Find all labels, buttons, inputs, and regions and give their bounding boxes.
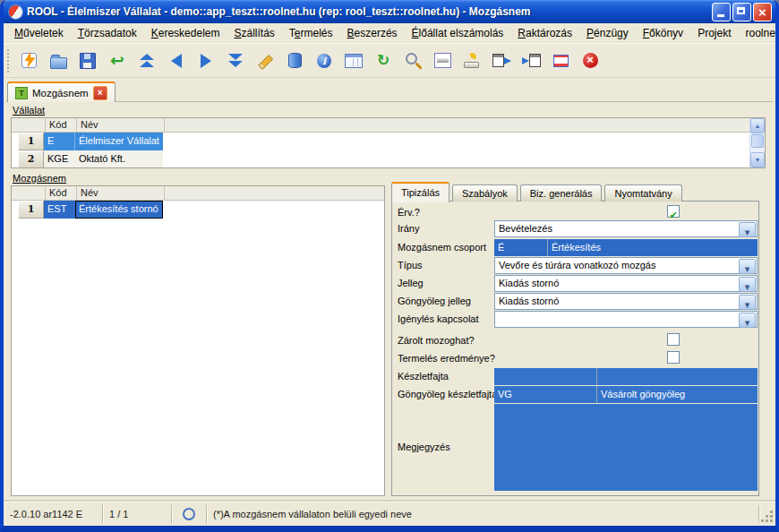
- menu-item-1[interactable]: Törzsadatok: [71, 25, 144, 41]
- irany-dropdown[interactable]: Bevételezés: [494, 220, 758, 237]
- cell-nev[interactable]: Oktató Kft.: [75, 150, 163, 168]
- app-window: ROOL - Élelmiszer Vállalat - demo::app_t…: [0, 0, 779, 532]
- menu-item-5[interactable]: Beszerzés: [340, 25, 405, 41]
- wizard-button[interactable]: [460, 48, 484, 73]
- scroll-thumb[interactable]: [751, 134, 764, 148]
- menu-item-6[interactable]: Élőállat elszámolás: [405, 25, 511, 41]
- menu-item-9[interactable]: Főkönyv: [636, 25, 690, 41]
- previous-record-button[interactable]: [165, 48, 188, 73]
- termeles-checkbox[interactable]: [667, 351, 680, 364]
- row-number[interactable]: 1: [18, 201, 44, 219]
- export-table-button[interactable]: [490, 48, 513, 73]
- chevron-down-icon[interactable]: [739, 313, 756, 328]
- title-bar[interactable]: ROOL - Élelmiszer Vállalat - demo::app_t…: [4, 0, 775, 23]
- maximize-button[interactable]: [732, 3, 751, 21]
- window-button[interactable]: [549, 48, 572, 73]
- row-number[interactable]: 1: [18, 133, 44, 150]
- import-table-button[interactable]: [519, 48, 543, 73]
- vallalat-grid: Kód Név 1 E Élelmiszer Vállalat 2 KGE Ok…: [11, 117, 766, 168]
- jelleg-dropdown[interactable]: Kiadás stornó: [494, 275, 758, 292]
- mozgasnem-section-label[interactable]: Mozgásnem: [13, 173, 66, 184]
- cell-kod[interactable]: E: [44, 133, 75, 150]
- tab-tipizalas[interactable]: Tipizálás: [391, 182, 449, 202]
- cell-nev[interactable]: Élelmiszer Vállalat: [75, 133, 163, 150]
- edit-button[interactable]: [253, 48, 277, 73]
- window-title: ROOL - Élelmiszer Vállalat - demo::app_t…: [27, 5, 710, 18]
- menu-item-2[interactable]: Kereskedelem: [144, 25, 227, 41]
- mozgasnem-grid-header[interactable]: Kód Név: [12, 186, 384, 201]
- grid-view-button[interactable]: [342, 48, 365, 73]
- close-button[interactable]: [753, 3, 772, 21]
- tipus-dropdown[interactable]: Vevőre és túrára vonatkozó mozgás: [494, 257, 758, 274]
- csoport-field[interactable]: É Értékesítés: [494, 239, 758, 256]
- chevron-down-icon[interactable]: [739, 277, 756, 292]
- wizard-icon: [464, 53, 480, 68]
- resize-grip[interactable]: [759, 502, 775, 526]
- table-row[interactable]: 1 EST Értékesítés stornó: [12, 201, 384, 219]
- column-header-kod[interactable]: Kód: [46, 186, 77, 200]
- column-header-nev[interactable]: Név: [77, 186, 165, 200]
- menu-item-0[interactable]: Műveletek: [7, 25, 71, 41]
- minimize-button[interactable]: [712, 3, 731, 21]
- vallalat-section-label[interactable]: Vállalat: [13, 105, 45, 116]
- status-circle-icon: [183, 508, 195, 520]
- last-record-button[interactable]: [224, 48, 247, 73]
- menu-item-4[interactable]: Termelés: [282, 25, 340, 41]
- table-row[interactable]: 2 KGE Oktató Kft.: [12, 150, 765, 168]
- gongyoleg-keszletfajta-field[interactable]: VG Vásárolt göngyöleg: [494, 386, 758, 403]
- cell-kod[interactable]: EST: [44, 201, 75, 219]
- row-number[interactable]: 2: [18, 150, 44, 168]
- stop-button[interactable]: [578, 48, 602, 73]
- detail-tabs: Tipizálás Szabályok Biz. generálás Nyomt…: [391, 181, 682, 202]
- save-button[interactable]: [76, 48, 99, 73]
- window-icon: [553, 55, 569, 67]
- commit-button[interactable]: [17, 48, 40, 73]
- status-hint: (*)A mozgásnem vállalaton belüli egyedi …: [207, 509, 758, 519]
- first-record-button[interactable]: [135, 48, 158, 73]
- igenyles-label: Igénylés kapcsolat: [398, 313, 479, 324]
- cell-nev[interactable]: Értékesítés stornó: [75, 201, 163, 219]
- chevron-down-icon[interactable]: [739, 222, 756, 237]
- toolbar-gripper[interactable]: [7, 49, 12, 73]
- igenyles-dropdown[interactable]: [494, 311, 758, 328]
- vallalat-grid-header[interactable]: Kód Név: [12, 118, 765, 133]
- tab-biz-generalas[interactable]: Biz. generálás: [520, 184, 603, 202]
- search-button[interactable]: [401, 48, 424, 73]
- import-table-icon: [522, 54, 541, 67]
- keszletfajta-label: Készletfajta: [398, 371, 449, 382]
- info-button[interactable]: [312, 48, 336, 73]
- undo-button[interactable]: [106, 48, 129, 73]
- menu-item-3[interactable]: Szállítás: [227, 25, 281, 41]
- next-record-button[interactable]: [194, 48, 218, 73]
- gongyoleg-jelleg-label: Göngyöleg jelleg: [398, 296, 471, 306]
- cell-kod[interactable]: KGE: [44, 150, 75, 168]
- tab-close-icon[interactable]: [93, 86, 107, 100]
- table-doc-icon: T: [15, 87, 28, 99]
- keszletfajta-field[interactable]: [494, 368, 758, 385]
- menu-item-11[interactable]: roolnet: [739, 25, 779, 41]
- tab-szabalyok[interactable]: Szabályok: [452, 184, 518, 202]
- last-record-icon: [228, 53, 243, 68]
- chevron-down-icon[interactable]: [739, 295, 756, 310]
- tab-mozgasnem[interactable]: T Mozgásnem: [7, 82, 116, 102]
- menu-item-7[interactable]: Raktározás: [510, 25, 579, 41]
- megjegyzes-field[interactable]: [494, 404, 758, 491]
- erv-checkbox[interactable]: [667, 205, 680, 218]
- scroll-up-icon[interactable]: ▲: [750, 118, 765, 133]
- zarolt-checkbox[interactable]: [667, 333, 680, 346]
- chevron-down-icon[interactable]: [739, 259, 756, 274]
- refresh-button[interactable]: [372, 48, 395, 73]
- open-button[interactable]: [47, 48, 70, 73]
- menu-item-10[interactable]: Projekt: [690, 25, 738, 41]
- scroll-down-icon[interactable]: ▼: [750, 152, 765, 167]
- column-header-kod[interactable]: Kód: [46, 118, 77, 132]
- band-button[interactable]: [431, 48, 454, 73]
- database-button[interactable]: [283, 48, 306, 73]
- table-row[interactable]: 1 E Élelmiszer Vállalat: [12, 133, 765, 150]
- tab-nyomtatvany[interactable]: Nyomtatvány: [604, 184, 681, 202]
- menu-item-8[interactable]: Pénzügy: [579, 25, 636, 41]
- gongyoleg-jelleg-dropdown[interactable]: Kiadás stornó: [494, 293, 758, 310]
- column-header-nev[interactable]: Név: [77, 118, 165, 132]
- vallalat-scrollbar[interactable]: ▲ ▼: [749, 118, 765, 167]
- menu-bar: MűveletekTörzsadatokKereskedelemSzállítá…: [4, 23, 775, 43]
